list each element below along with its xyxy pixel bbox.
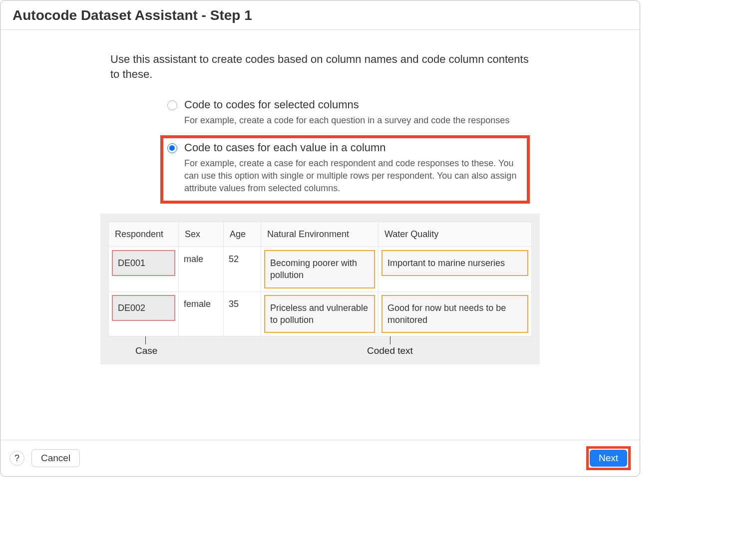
table-header-row: Respondent Sex Age Natural Environment W… [109,222,532,247]
cell-age: 52 [224,247,261,292]
cancel-button[interactable]: Cancel [31,449,80,467]
cell-natural-environment: Becoming poorer with pollution [261,247,378,292]
help-icon: ? [14,453,19,464]
window-title: Autocode Dataset Assistant - Step 1 [12,7,628,23]
radio-unselected-icon[interactable] [167,100,177,110]
example-labels: Case Coded text [108,336,532,356]
footer: ? Cancel Next [0,440,640,476]
intro-text: Use this assistant to create codes based… [110,52,530,81]
cell-sex: female [179,291,224,336]
option-label: Code to codes for selected columns [184,98,509,111]
tick-line-icon [145,336,146,344]
label-coded-text: Coded text [367,345,413,356]
cell-respondent: DE002 [109,291,179,336]
option-desc: For example, create a code for each ques… [184,115,509,125]
footer-left: ? Cancel [9,449,80,467]
col-age: Age [224,222,261,247]
option-label: Code to cases for each value in a column [184,141,523,154]
radio-selected-icon[interactable] [167,143,177,153]
cell-sex: male [179,247,224,292]
tick-line-icon [390,336,390,344]
next-highlight: Next [586,446,631,470]
cell-natural-environment: Priceless and vulnerable to pollution [261,291,378,336]
option-text: Code to codes for selected columns For e… [184,98,509,127]
example-table: Respondent Sex Age Natural Environment W… [108,222,532,336]
col-water-quality: Water Quality [378,222,532,247]
help-button[interactable]: ? [9,451,24,466]
option-text: Code to cases for each value in a column… [184,141,523,195]
example-panel: Respondent Sex Age Natural Environment W… [100,214,540,364]
col-sex: Sex [179,222,224,247]
cell-water-quality: Good for now but needs to be monitored [378,291,532,336]
table-row: DE002 female 35 Priceless and vulnerable… [109,291,532,336]
cell-respondent: DE001 [109,247,179,292]
col-respondent: Respondent [109,222,179,247]
content-area: Use this assistant to create codes based… [0,30,640,440]
titlebar: Autocode Dataset Assistant - Step 1 [0,0,640,30]
next-button[interactable]: Next [590,450,627,467]
option-desc: For example, create a case for each resp… [184,158,516,193]
col-natural-environment: Natural Environment [261,222,378,247]
table-row: DE001 male 52 Becoming poorer with pollu… [109,247,532,292]
label-case: Case [135,345,157,356]
cell-water-quality: Important to marine nurseries [378,247,532,292]
cell-age: 35 [224,291,261,336]
options-group: Code to codes for selected columns For e… [110,92,530,204]
option-code-to-codes[interactable]: Code to codes for selected columns For e… [160,92,530,135]
dialog-window: Autocode Dataset Assistant - Step 1 Use … [0,0,640,477]
option-code-to-cases[interactable]: Code to cases for each value in a column… [160,135,530,204]
